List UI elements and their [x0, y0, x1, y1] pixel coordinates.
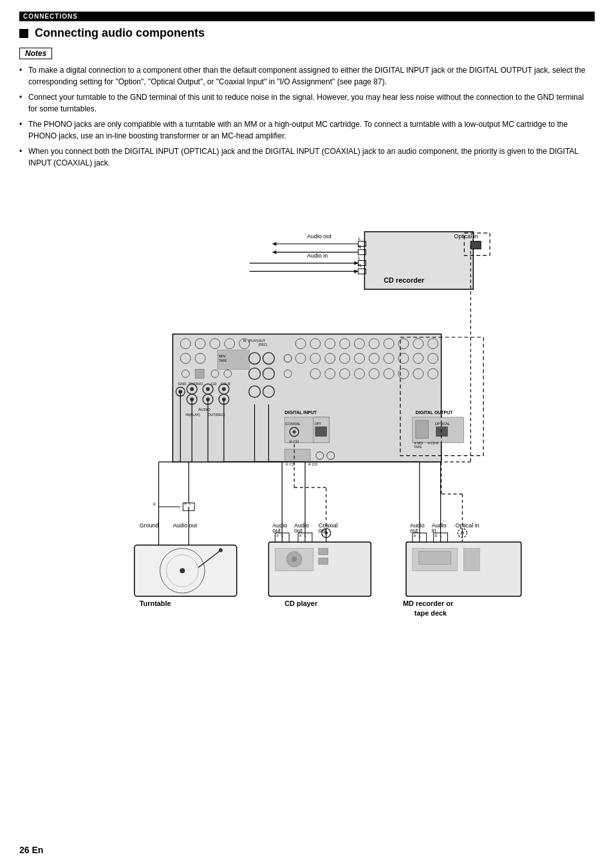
notes-list: To make a digital connection to a compon…: [19, 64, 595, 169]
svg-point-129: [219, 549, 223, 552]
note-2: Connect your turntable to the GND termin…: [19, 91, 595, 115]
svg-text:⑥ MD/: ⑥ MD/: [414, 442, 423, 445]
svg-text:TAPE: TAPE: [219, 360, 227, 363]
svg-text:⑤ CD-R: ⑤ CD-R: [427, 442, 439, 445]
svg-text:out: out: [319, 527, 327, 534]
svg-text:L: L: [358, 256, 360, 260]
svg-text:R: R: [184, 502, 187, 505]
svg-marker-116: [272, 250, 276, 254]
svg-point-127: [180, 568, 185, 573]
svg-text:IN: IN: [243, 339, 247, 343]
svg-text:CD recorder: CD recorder: [384, 276, 425, 284]
connection-diagram: MDV TAPE: [19, 179, 595, 643]
title-icon: [19, 29, 28, 38]
svg-text:Turntable: Turntable: [140, 599, 171, 607]
svg-rect-35: [195, 369, 204, 378]
svg-text:CD player: CD player: [284, 599, 318, 607]
svg-text:out: out: [272, 527, 281, 534]
svg-text:L: L: [189, 502, 191, 505]
page: CONNECTIONS Connecting audio components …: [0, 0, 614, 868]
svg-point-57: [190, 387, 194, 391]
svg-text:Ground: Ground: [140, 522, 159, 529]
svg-text:MD recorder or: MD recorder or: [403, 599, 454, 607]
svg-text:TAPE: TAPE: [414, 446, 422, 449]
notes-label: Notes: [19, 48, 52, 59]
svg-text:Audio in: Audio in: [307, 252, 328, 259]
svg-rect-182: [463, 549, 479, 571]
note-1: To make a digital connection to a compon…: [19, 64, 595, 88]
svg-text:Audio out: Audio out: [307, 233, 331, 240]
svg-text:GND: GND: [178, 382, 187, 386]
svg-rect-151: [319, 558, 328, 564]
svg-point-194: [461, 531, 464, 534]
svg-text:OPT: OPT: [315, 422, 321, 426]
svg-text:out: out: [410, 527, 418, 534]
svg-text:AUDIO: AUDIO: [198, 408, 210, 411]
svg-text:IN(PLAY): IN(PLAY): [185, 413, 200, 417]
svg-text:MDV: MDV: [219, 355, 227, 358]
svg-text:Audio out: Audio out: [172, 522, 197, 529]
svg-marker-120: [355, 269, 358, 273]
svg-text:out: out: [294, 527, 302, 534]
svg-rect-88: [416, 420, 429, 439]
svg-text:Optical in: Optical in: [455, 522, 479, 529]
svg-text:(PLAY): (PLAY): [248, 339, 259, 343]
svg-text:OUT(REC): OUT(REC): [208, 413, 225, 417]
svg-text:OPTICAL: OPTICAL: [435, 422, 450, 426]
svg-text:⏚: ⏚: [153, 500, 156, 507]
svg-rect-90: [436, 427, 448, 437]
svg-text:R: R: [358, 263, 361, 268]
svg-text:R: R: [435, 534, 438, 538]
svg-point-149: [292, 556, 297, 561]
svg-text:L: L: [358, 236, 360, 241]
page-title: Connecting audio components: [35, 26, 205, 40]
svg-rect-109: [470, 241, 481, 249]
svg-text:④ CD: ④ CD: [289, 440, 299, 444]
svg-point-61: [206, 387, 210, 391]
svg-text:tape deck: tape deck: [414, 609, 447, 617]
svg-text:Optical in: Optical in: [454, 233, 478, 240]
svg-rect-85: [315, 427, 327, 437]
note-3: The PHONO jacks are only compatible with…: [19, 118, 595, 142]
svg-text:OUT: OUT: [259, 339, 265, 343]
svg-text:COAXIAL: COAXIAL: [285, 422, 301, 426]
svg-rect-94: [284, 449, 310, 462]
svg-text:R: R: [358, 245, 361, 249]
svg-text:DIGITAL INPUT: DIGITAL INPUT: [284, 410, 317, 415]
svg-text:(REC): (REC): [259, 343, 268, 346]
svg-text:R: R: [276, 534, 279, 538]
svg-text:in: in: [432, 527, 436, 534]
title-row: Connecting audio components: [19, 26, 595, 40]
svg-point-65: [222, 387, 226, 391]
svg-text:R: R: [299, 534, 302, 538]
section-header: CONNECTIONS: [19, 12, 595, 21]
svg-rect-181: [419, 552, 451, 565]
svg-text:R: R: [414, 534, 416, 538]
svg-text:DIGITAL OUTPUT: DIGITAL OUTPUT: [416, 410, 453, 415]
note-4: When you connect both the DIGITAL INPUT …: [19, 146, 595, 169]
page-number: 26 En: [19, 845, 43, 855]
svg-rect-150: [319, 549, 328, 555]
svg-rect-124: [135, 545, 237, 596]
svg-text:④ CD: ④ CD: [308, 462, 318, 466]
svg-point-81: [293, 430, 296, 433]
diagram-svg: MDV TAPE: [19, 179, 595, 643]
svg-marker-115: [272, 242, 276, 246]
